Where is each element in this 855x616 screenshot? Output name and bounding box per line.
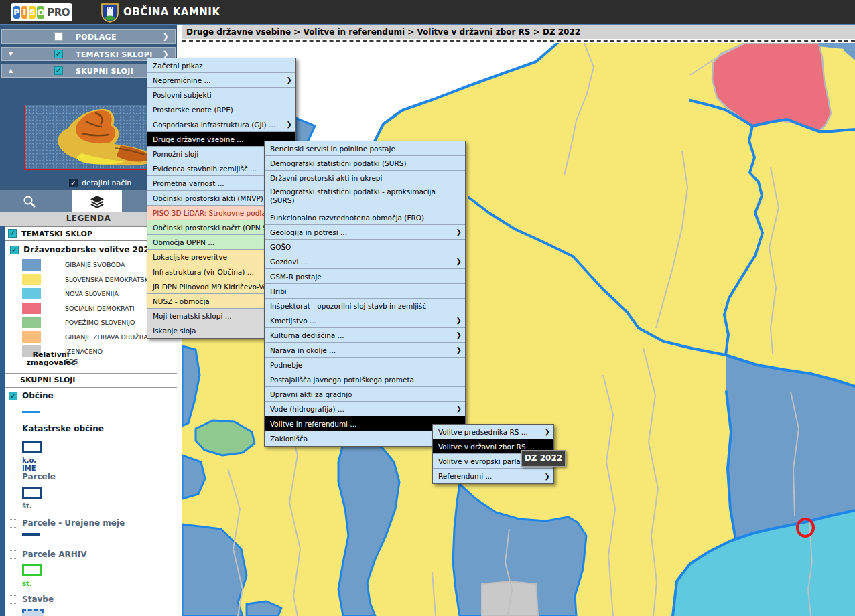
menu-item[interactable]: Volitve predsednika RS ...❯ [433,425,553,439]
party-name: GIBANJE ZDRAVA DRUŽBA [65,333,148,341]
menu-item[interactable]: Geologija in potresi ...❯ [265,225,465,240]
triangle-up-icon[interactable]: ▲ [9,68,13,74]
arhiv-sub1: št. [22,580,32,587]
menu-item[interactable]: Referendumi ...❯ [433,469,553,483]
menu-item-label: Bencinski servisi in polnilne postaje [270,145,395,153]
municipality-title: OBČINA KAMNIK [123,6,220,18]
logo-pro-suffix: PRO [47,7,70,19]
menu-item-label: Vode (hidrografija) ... [270,405,344,413]
menu-item-label: Geologija in potresi ... [270,228,347,236]
layer-katastrske-label: Katastrske občine [22,424,104,433]
arhiv-checkbox[interactable] [9,550,17,559]
menu-item-label: GOŠO [270,243,291,251]
menu-item-label: Gospodarska infrastruktura (GJI) ... [153,121,275,129]
map-extent-dashed-line [182,40,855,42]
menu-item[interactable]: Vode (hidrografija) ...❯ [265,402,465,416]
katastrske-swatch [22,441,42,453]
logo-letter-p: P [13,6,20,19]
menu-item[interactable]: Demografski statistični podatki - aproks… [265,185,465,210]
menu-item-label: Območja OPPN ... [153,238,214,246]
menu-item[interactable]: Gospodarska infrastruktura (GJI) ...❯ [147,117,295,132]
obcine-checkbox[interactable]: ✓ [9,392,17,400]
parcele-checkbox[interactable] [9,473,17,481]
menu-item-label: Infrastruktura (vir Občina) ... [153,268,254,276]
theme-checkbox[interactable]: ✓ [10,246,19,254]
logo-letter-i: I [21,6,28,19]
menu-item-label: Volitve v državni zbor RS ... [438,443,535,451]
menu-item[interactable]: Kmetijstvo ...❯ [265,313,465,328]
kamnik-coat-of-arms-icon [101,3,119,23]
layer-parcele-label: Parcele [22,472,56,481]
menu-item-label: Podnebje [270,361,302,369]
menu-item[interactable]: GSM-R postaje [265,269,465,284]
podlage-checkbox[interactable] [54,32,63,41]
menu-item[interactable]: Inšpektorat - opozorilni sloj stavb in z… [265,299,465,313]
menu-item[interactable]: Kulturna dediščina ...❯ [265,328,465,343]
triangle-down-icon[interactable]: ▼ [9,51,13,57]
layer-stavbe-label: Stavbe [22,595,54,604]
menu-item[interactable]: Začetni prikaz [147,58,295,73]
logo-letter-s: S [29,6,36,19]
breadcrumb: Druge državne vsebine > Volitve in refer… [182,25,855,39]
menu-item[interactable]: Upravni akti za gradnjo [265,387,465,402]
menu-item[interactable]: Podnebje [265,358,465,372]
panel-podlage-label: PODLAGE [76,33,117,42]
search-icon[interactable] [23,195,36,208]
menu-item-label: Demografski statistični podatki - aproks… [270,187,460,205]
menu-item-label: Demografski statistični podatki (SURS) [270,159,407,167]
layers-icon[interactable] [89,195,105,208]
menu-item[interactable]: Poslovni subjekti [147,88,295,102]
parcele-sub1: št. [22,502,32,510]
menu-item-label: Prometna varnost ... [153,179,224,187]
logo-letter-o: O [37,6,44,19]
layer-urejene-label: Parcele - Urejene meje [22,518,125,528]
panel-podlage[interactable]: PODLAGE ❯ [1,29,176,44]
party-name: NOVA SLOVENIJA [65,290,119,297]
menu-item[interactable]: Hribi [265,284,465,299]
menu-item[interactable]: Bencinski servisi in polnilne postaje [265,141,465,156]
menu-item[interactable]: Gozdovi ...❯ [265,254,465,269]
menu-item-label: Hribi [270,287,287,295]
sidebar-left-strip [0,226,5,616]
submenu-arrow-icon: ❯ [456,317,462,324]
tooltip: DZ 2022 [521,450,566,467]
menu-item-label: Druge državne vsebine ... [153,135,243,143]
katastrske-checkbox[interactable] [9,425,17,433]
submenu-arrow-icon: ❯ [456,405,462,412]
tematski-sklop-checkbox[interactable]: ✓ [8,229,17,238]
menu-item[interactable]: Postajališča javnega potniškega prometa [265,372,465,387]
menu-item-label: Narava in okolje ... [270,346,336,354]
skupni-checkbox[interactable]: ✓ [54,66,63,75]
layer-obcine-label: Občine [22,391,54,400]
tematski-checkbox[interactable]: ✓ [54,50,63,58]
parcele-swatch [22,487,42,499]
menu-item-label: Iskanje sloja [153,327,196,335]
menu-item[interactable]: Prostorske enote (RPE) [147,102,295,117]
layer-arhiv-label: Parcele ARHIV [22,550,87,559]
menu-item-label: Občinski prostorski akti (MNVP) ... [153,194,272,202]
context-menu-druge-drzavne-vsebine: Bencinski servisi in polnilne postaje De… [264,141,466,447]
party-name: POVEŽIMO SLOVENIJO [65,319,135,326]
chevron-right-icon[interactable]: ❯ [162,32,169,41]
overview-terrain-image [35,106,159,169]
menu-item-label: Državni prostorski akti in ukrepi [270,174,382,182]
relative-winner-value: SDS [65,358,78,365]
urejene-checkbox[interactable] [9,519,17,528]
stavbe-checkbox[interactable] [9,595,17,604]
detail-mode-checkbox[interactable]: ✓ [69,179,78,187]
menu-item-label: Poslovni subjekti [153,91,212,99]
menu-item[interactable]: Državni prostorski akti in ukrepi [265,171,465,185]
katastrske-sub1: k.o. [22,457,36,464]
piso-logo[interactable]: P I S O PRO [11,3,72,21]
submenu-arrow-icon: ❯ [456,346,462,354]
menu-item[interactable]: Funkcionalno razvrednotena območja (FRO) [265,210,465,225]
menu-item-label: Volitve predsednika RS ... [438,428,528,436]
menu-item[interactable]: Narava in okolje ...❯ [265,343,465,358]
submenu-arrow-icon: ❯ [456,228,462,236]
menu-item-label: Pomožni sloji [153,150,198,158]
menu-item[interactable]: GOŠO [265,240,465,254]
menu-item-label: NUSZ - območja [153,297,210,305]
legend-section-tematski-label: TEMATSKI SKLOP [21,230,92,238]
menu-item[interactable]: Demografski statistični podatki (SURS) [265,156,465,171]
menu-item[interactable]: Nepremičnine ...❯ [147,73,295,88]
